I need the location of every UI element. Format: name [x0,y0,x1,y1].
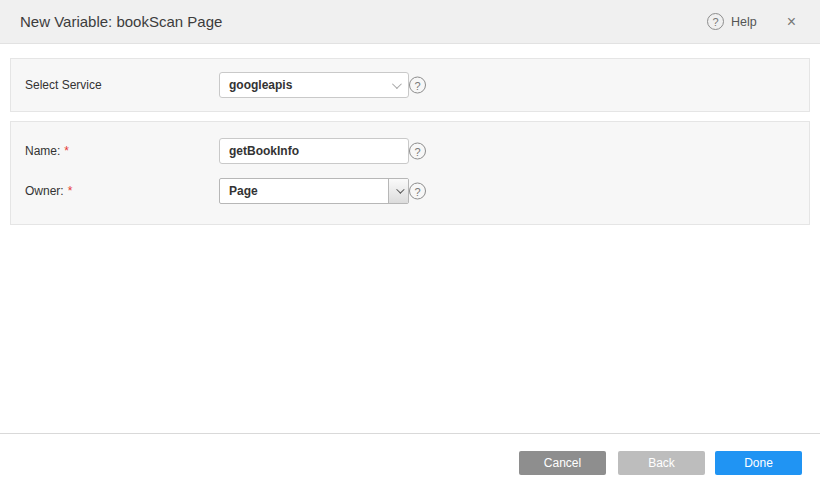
footer-divider [0,433,820,434]
help-question-icon: ? [707,13,724,30]
owner-label-text: Owner: [25,184,64,198]
owner-select-wrap: Page [219,178,409,204]
name-label-text: Name: [25,144,60,158]
dialog-titlebar: New Variable: bookScan Page ? Help × [0,0,820,44]
name-input-wrap [219,138,409,164]
owner-row: Owner:* Page ? [11,178,809,204]
back-button[interactable]: Back [618,451,705,475]
owner-select-value: Page [220,179,388,203]
service-dropdown-wrap: googleapis [219,72,409,98]
help-button[interactable]: ? Help [707,13,757,30]
service-dropdown-value: googleapis [229,78,392,92]
owner-help-icon[interactable]: ? [409,183,426,200]
name-row: Name:* ? [11,138,809,164]
owner-label: Owner:* [25,184,72,198]
done-button[interactable]: Done [715,451,802,475]
variable-details-section: Name:* ? Owner:* Page ? [10,121,810,225]
name-input[interactable] [219,138,409,164]
name-label: Name:* [25,144,69,158]
cancel-button[interactable]: Cancel [519,451,606,475]
chevron-down-icon [396,185,404,193]
select-service-label: Select Service [25,78,102,92]
chevron-down-icon [392,79,402,89]
name-required-mark: * [64,144,69,158]
service-row: Select Service googleapis ? [11,72,809,98]
service-dropdown[interactable]: googleapis [219,72,409,98]
new-variable-dialog: New Variable: bookScan Page ? Help × Sel… [0,0,820,488]
service-help-icon[interactable]: ? [409,77,426,94]
close-icon[interactable]: × [783,12,800,32]
help-label: Help [731,15,757,29]
owner-select-button [388,179,408,203]
select-service-section: Select Service googleapis ? [10,58,810,112]
name-help-icon[interactable]: ? [409,143,426,160]
dialog-title: New Variable: bookScan Page [20,13,222,30]
owner-required-mark: * [68,184,73,198]
owner-select[interactable]: Page [219,178,409,204]
